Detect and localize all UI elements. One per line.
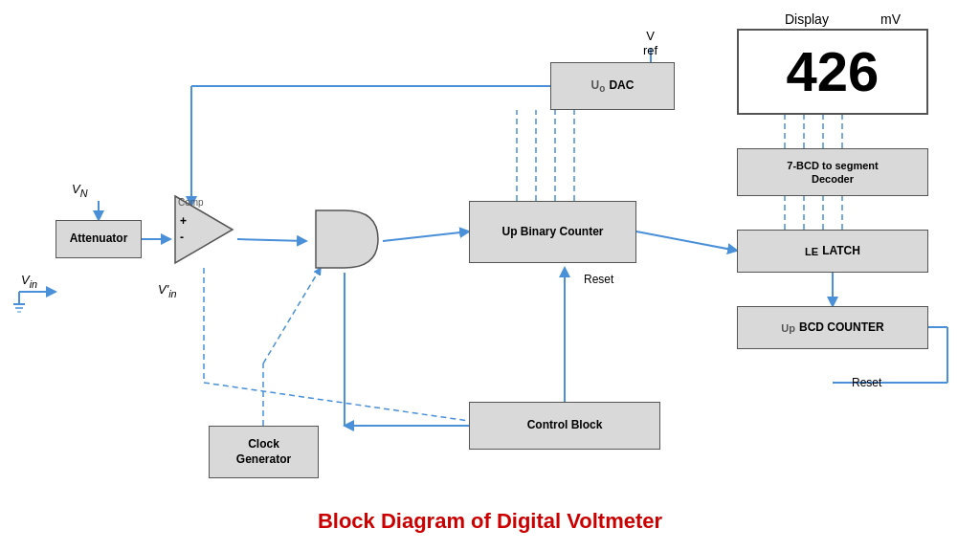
display-box: 426: [737, 29, 928, 115]
up2-tag: Up: [781, 322, 795, 334]
vin-label: Vin: [21, 273, 37, 290]
svg-text:Comp: Comp: [178, 197, 204, 208]
diagram: Attenuator + - Comp Up Binary Counter Uo…: [0, 0, 980, 551]
reset1-label: Reset: [584, 273, 613, 286]
svg-text:+: +: [180, 214, 187, 228]
svg-line-8: [383, 231, 469, 241]
display-value: 426: [787, 44, 880, 99]
svg-line-35: [263, 268, 321, 364]
clock-generator-block: Clock Generator: [209, 426, 319, 478]
bcd-decoder-block: 7-BCD to segment Decoder: [737, 148, 928, 196]
dac-block: Uo DAC: [550, 62, 675, 110]
svg-text:-: -: [180, 231, 184, 244]
latch-label: LATCH: [822, 244, 860, 259]
svg-line-37: [204, 383, 469, 421]
up-counter-label: Up Binary Counter: [501, 225, 603, 240]
vn-label: VN: [72, 182, 88, 199]
vref-label: Vref: [643, 29, 657, 57]
svg-line-9: [636, 231, 737, 251]
comparator-block: + - Comp: [170, 191, 237, 268]
bcd-counter-block: Up BCD COUNTER: [737, 306, 928, 349]
bcd-counter-label: BCD COUNTER: [799, 320, 884, 336]
clock-gen-label: Clock Generator: [236, 437, 291, 467]
control-block-block: Control Block: [469, 402, 660, 450]
display-unit: mV: [880, 11, 901, 27]
latch-block: LE LATCH: [737, 230, 928, 273]
page-title: Block Diagram of Digital Voltmeter: [0, 509, 980, 534]
attenuator-block: Attenuator: [56, 220, 142, 258]
and-gate-block: [306, 206, 383, 273]
le-tag: LE: [805, 246, 818, 257]
uo-label: Uo: [591, 78, 606, 94]
control-block-label: Control Block: [527, 418, 603, 433]
dac-label: DAC: [609, 78, 634, 94]
vprime-in-label: V'in: [158, 282, 177, 299]
up-counter-block: Up Binary Counter: [469, 201, 636, 263]
bcd-decoder-label: 7-BCD to segment Decoder: [787, 159, 878, 187]
svg-line-7: [237, 239, 306, 241]
display-label: Display: [785, 11, 829, 27]
reset2-label: Reset: [852, 376, 881, 389]
attenuator-label: Attenuator: [70, 231, 128, 247]
